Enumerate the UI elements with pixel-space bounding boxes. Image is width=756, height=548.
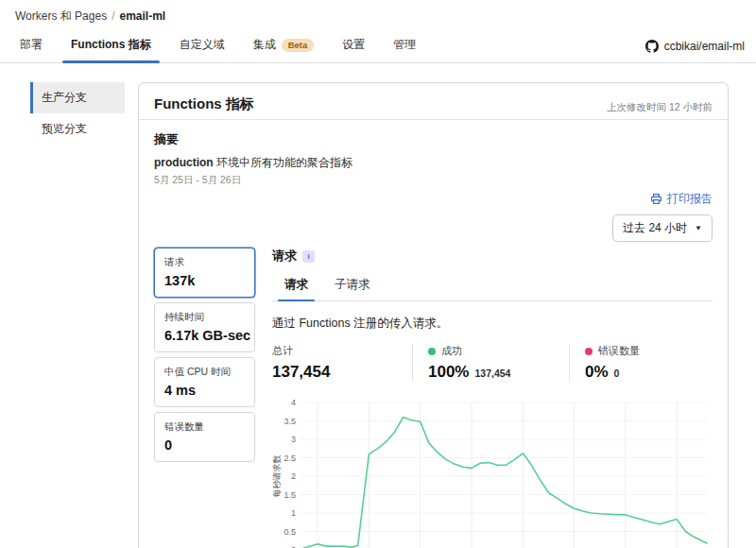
metric-value: 4 ms (164, 383, 245, 398)
metric-card-requests[interactable]: 请求 137k (154, 248, 255, 298)
last-modified-text: 上次修改时间 12 小时前 (607, 101, 713, 114)
svg-text:3.5: 3.5 (284, 417, 296, 426)
beta-badge: Beta (282, 39, 315, 52)
svg-text:0.5: 0.5 (284, 527, 296, 537)
github-icon (645, 40, 659, 53)
time-range-dropdown[interactable]: 过去 24 小时 ▼ (612, 214, 713, 242)
sidebar-item-label: 生产分支 (42, 91, 87, 104)
metric-card-errors[interactable]: 错误数量 0 (154, 412, 255, 462)
svg-text:2.5: 2.5 (284, 454, 296, 463)
sidebar-item-preview-branch[interactable]: 预览分支 (30, 113, 125, 145)
chevron-down-icon: ▼ (695, 224, 702, 232)
stat-value: 137,454 (272, 363, 330, 382)
svg-text:每秒请求数: 每秒请求数 (272, 455, 282, 498)
tab-label: 设置 (342, 37, 365, 53)
tab-custom-domains[interactable]: 自定义域 (165, 29, 239, 62)
panel-title-row: 请求 i (272, 248, 713, 265)
tab-label: 管理 (393, 37, 416, 53)
card-header: Functions 指标 上次修改时间 12 小时前 (139, 83, 728, 120)
stat-value: 0% (585, 363, 609, 382)
tab-integrations[interactable]: 集成 Beta (239, 29, 329, 62)
tab-subrequests[interactable]: 子请求 (322, 271, 383, 300)
summary-rest: 环境中所有功能的聚合指标 (214, 156, 352, 169)
tab-bar: 部署 Functions 指标 自定义域 集成 Beta 设置 管理 ccbik… (0, 29, 756, 63)
repo-name: ccbikai/email-ml (664, 40, 745, 53)
metric-label: 错误数量 (164, 420, 245, 434)
metric-label: 持续时间 (164, 311, 245, 324)
sidebar-item-production-branch[interactable]: 生产分支 (30, 82, 125, 113)
metric-value: 0 (164, 437, 245, 453)
metric-card-duration[interactable]: 持续时间 6.17k GB-sec (154, 302, 255, 352)
repo-link[interactable]: ccbikai/email-ml (645, 40, 745, 53)
stats-row: 总计 137,454 成功 100% 137,454 (272, 344, 713, 382)
metric-card-column: 请求 137k 持续时间 6.17k GB-sec 中值 CPU 时间 4 ms… (154, 248, 255, 548)
summary-heading: 摘要 (154, 131, 713, 148)
stat-label: 成功 (441, 344, 462, 358)
chart-svg: 00.511.522.533.5409:0012:0015:0018:0021:… (272, 391, 713, 548)
requests-line-chart: 00.511.522.533.5409:0012:0015:0018:0021:… (272, 391, 713, 548)
error-dot-icon (585, 348, 593, 355)
sidebar-item-label: 预览分支 (42, 122, 87, 135)
environment-name: production (154, 156, 214, 169)
info-icon[interactable]: i (302, 250, 315, 263)
tab-label: 自定义域 (180, 37, 225, 53)
svg-text:2: 2 (291, 471, 296, 481)
svg-text:1.5: 1.5 (284, 490, 296, 500)
breadcrumb-root[interactable]: Workers 和 Pages (15, 9, 107, 23)
requests-panel: 请求 i 请求 子请求 通过 Functions 注册的传入请求。 总计 137… (272, 248, 713, 548)
svg-text:4: 4 (291, 398, 296, 407)
success-dot-icon (428, 348, 436, 355)
tab-label: Functions 指标 (71, 37, 151, 53)
stat-errors: 错误数量 0% 0 (569, 344, 653, 382)
metric-value: 137k (164, 273, 245, 288)
metric-label: 中值 CPU 时间 (164, 366, 245, 379)
tab-manage[interactable]: 管理 (379, 29, 430, 62)
tab-deployments[interactable]: 部署 (6, 29, 57, 62)
functions-metrics-card: Functions 指标 上次修改时间 12 小时前 摘要 production… (138, 82, 729, 548)
stat-sub-value: 0 (614, 368, 620, 379)
breadcrumb: Workers 和 Pages/email-ml (0, 0, 756, 29)
stat-value: 100% (428, 363, 469, 382)
time-range-row: 过去 24 小时 ▼ (154, 214, 713, 242)
svg-text:1: 1 (291, 508, 296, 518)
panel-title: 请求 (272, 248, 297, 265)
metric-label: 请求 (164, 256, 245, 269)
stat-label: 错误数量 (598, 344, 640, 358)
tab-label: 部署 (20, 37, 43, 53)
breadcrumb-current: email-ml (120, 9, 166, 23)
tab-requests[interactable]: 请求 (272, 271, 320, 300)
time-range-value: 过去 24 小时 (623, 220, 687, 236)
print-report-link[interactable]: 打印报告 (650, 191, 713, 207)
breadcrumb-separator: / (112, 9, 114, 23)
metrics-main-row: 请求 137k 持续时间 6.17k GB-sec 中值 CPU 时间 4 ms… (154, 248, 713, 548)
summary-description: production 环境中所有功能的聚合指标 (154, 155, 713, 171)
tab-settings[interactable]: 设置 (328, 29, 379, 62)
page-content: 生产分支 预览分支 Functions 指标 上次修改时间 12 小时前 摘要 … (0, 63, 756, 548)
branch-sidebar: 生产分支 预览分支 (30, 82, 125, 145)
tab-functions-metrics[interactable]: Functions 指标 (57, 29, 165, 62)
sub-tab-label: 子请求 (335, 278, 370, 291)
svg-text:3: 3 (291, 435, 296, 444)
stat-success: 成功 100% 137,454 (412, 344, 569, 382)
sub-tab-label: 请求 (284, 278, 308, 291)
stat-sub-value: 137,454 (474, 368, 510, 379)
tab-label: 集成 (253, 37, 276, 53)
printer-icon (650, 193, 662, 205)
metric-card-median-cpu[interactable]: 中值 CPU 时间 4 ms (154, 357, 255, 407)
print-report-label: 打印报告 (667, 191, 713, 207)
print-report-row: 打印报告 (154, 191, 713, 207)
panel-description: 通过 Functions 注册的传入请求。 (272, 316, 713, 332)
stat-total: 总计 137,454 (272, 344, 412, 382)
metric-value: 6.17k GB-sec (164, 328, 245, 343)
requests-sub-tabs: 请求 子请求 (272, 271, 713, 301)
card-body: 摘要 production 环境中所有功能的聚合指标 5月 25日 - 5月 2… (139, 120, 728, 548)
date-range: 5月 25日 - 5月 26日 (154, 174, 713, 187)
stat-label: 总计 (272, 344, 293, 358)
